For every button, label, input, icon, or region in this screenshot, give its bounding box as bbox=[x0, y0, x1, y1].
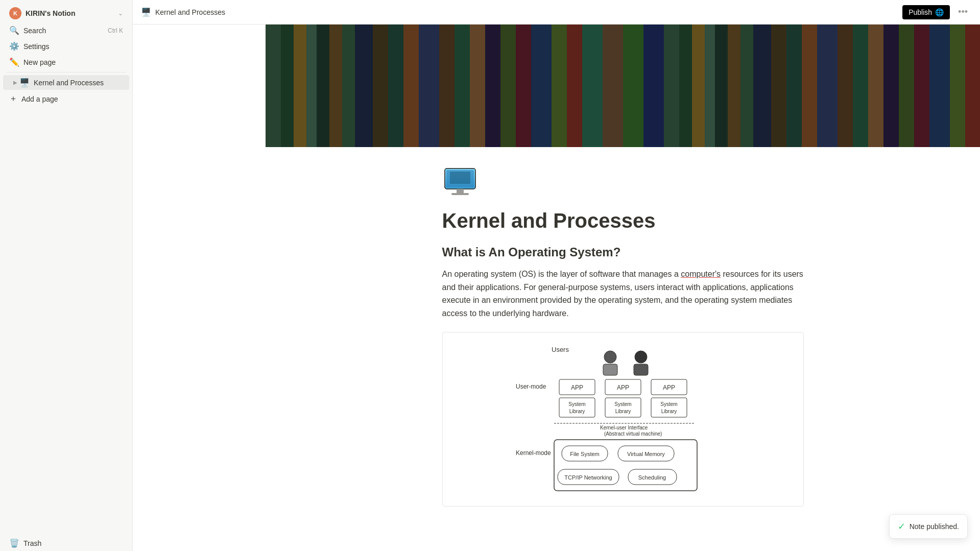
svg-text:System: System bbox=[568, 401, 585, 407]
svg-rect-5 bbox=[450, 172, 470, 184]
svg-text:APP: APP bbox=[570, 384, 583, 391]
new-page-icon: ✏️ bbox=[9, 57, 19, 67]
svg-text:TCP/IP Networking: TCP/IP Networking bbox=[564, 474, 612, 481]
svg-text:APP: APP bbox=[616, 384, 629, 391]
search-icon: 🔍 bbox=[9, 26, 19, 35]
sidebar: K KIRIN's Notion ⌄ 🔍 Search Ctrl K ⚙️ Se… bbox=[0, 0, 133, 551]
svg-text:Library: Library bbox=[569, 409, 585, 414]
sidebar-item-trash[interactable]: 🗑️ Trash bbox=[3, 536, 129, 550]
trash-label: Trash bbox=[23, 539, 123, 547]
more-icon: ••• bbox=[958, 7, 968, 17]
more-options-button[interactable]: ••• bbox=[954, 5, 972, 19]
sidebar-item-search[interactable]: 🔍 Search Ctrl K bbox=[3, 23, 129, 38]
new-page-label: New page bbox=[23, 58, 123, 66]
svg-point-6 bbox=[604, 351, 616, 363]
add-page-label: Add a page bbox=[21, 95, 123, 103]
note-published-message: Note published. bbox=[910, 522, 959, 531]
page-icon: 🖥️ bbox=[19, 78, 30, 87]
workspace-name: KIRIN's Notion bbox=[26, 9, 118, 17]
search-shortcut: Ctrl K bbox=[108, 27, 123, 34]
users-label: Users bbox=[552, 346, 569, 353]
page-body: Kernel and Processes What is An Operatin… bbox=[393, 147, 853, 547]
svg-rect-3 bbox=[457, 189, 464, 193]
note-published-toast: ✓ Note published. bbox=[889, 514, 968, 539]
svg-rect-7 bbox=[603, 364, 617, 375]
svg-text:Kernel-user Interface: Kernel-user Interface bbox=[600, 425, 648, 430]
topbar: 🖥️ Kernel and Processes Publish 🌐 ••• bbox=[133, 0, 980, 25]
sidebar-divider bbox=[6, 72, 126, 73]
publish-button[interactable]: Publish 🌐 bbox=[902, 5, 950, 19]
publish-label: Publish bbox=[909, 8, 932, 16]
main-content: Kernel and Processes What is An Operatin… bbox=[266, 25, 980, 551]
sidebar-item-new-page[interactable]: ✏️ New page bbox=[3, 55, 129, 69]
settings-label: Settings bbox=[23, 42, 123, 51]
cover-image bbox=[266, 25, 980, 147]
page-title: Kernel and Processes bbox=[442, 208, 804, 233]
underlined-computers: computer's bbox=[681, 270, 721, 278]
svg-rect-4 bbox=[451, 193, 469, 195]
page-icon-container bbox=[442, 167, 804, 200]
svg-text:Library: Library bbox=[661, 409, 677, 414]
svg-text:Library: Library bbox=[615, 409, 631, 414]
sidebar-item-add-page[interactable]: ＋ Add a page bbox=[3, 91, 129, 107]
os-diagram: Users User-mode APP System Library bbox=[442, 332, 804, 507]
search-label: Search bbox=[23, 27, 108, 35]
user-mode-label: User-mode bbox=[516, 383, 546, 390]
check-icon: ✓ bbox=[898, 521, 905, 532]
svg-rect-12 bbox=[559, 398, 595, 417]
topbar-page-icon: 🖥️ bbox=[141, 7, 151, 17]
workspace-header[interactable]: K KIRIN's Notion ⌄ bbox=[3, 4, 129, 22]
sidebar-item-settings[interactable]: ⚙️ Settings bbox=[3, 39, 129, 54]
expand-arrow-icon: ▶ bbox=[13, 80, 17, 85]
sidebar-item-kernel-processes[interactable]: ▶ 🖥️ Kernel and Processes bbox=[3, 75, 129, 90]
monitor-icon bbox=[442, 167, 478, 198]
svg-text:System: System bbox=[614, 401, 631, 407]
page-item-label: Kernel and Processes bbox=[34, 79, 123, 87]
svg-point-8 bbox=[635, 351, 647, 363]
trash-icon: 🗑️ bbox=[9, 538, 19, 548]
svg-rect-22 bbox=[651, 398, 687, 417]
svg-rect-9 bbox=[634, 364, 648, 375]
svg-text:File System: File System bbox=[570, 451, 599, 457]
svg-text:(Abstract virtual machine): (Abstract virtual machine) bbox=[604, 431, 662, 437]
section1-body: An operating system (OS) is the layer of… bbox=[442, 268, 804, 320]
section1-title: What is An Operating System? bbox=[442, 245, 804, 259]
svg-text:System: System bbox=[660, 401, 677, 407]
topbar-title: Kernel and Processes bbox=[155, 8, 902, 16]
chevron-down-icon: ⌄ bbox=[118, 10, 123, 17]
svg-text:APP: APP bbox=[662, 384, 675, 391]
settings-icon: ⚙️ bbox=[9, 41, 19, 51]
svg-text:Scheduling: Scheduling bbox=[638, 474, 665, 481]
os-diagram-svg: Users User-mode APP System Library bbox=[511, 343, 735, 496]
svg-text:Kernel-mode: Kernel-mode bbox=[516, 449, 551, 457]
svg-text:Virtual Memory: Virtual Memory bbox=[627, 451, 665, 457]
add-icon: ＋ bbox=[9, 93, 17, 104]
globe-icon: 🌐 bbox=[935, 8, 944, 16]
svg-rect-17 bbox=[605, 398, 641, 417]
workspace-avatar: K bbox=[9, 7, 21, 19]
